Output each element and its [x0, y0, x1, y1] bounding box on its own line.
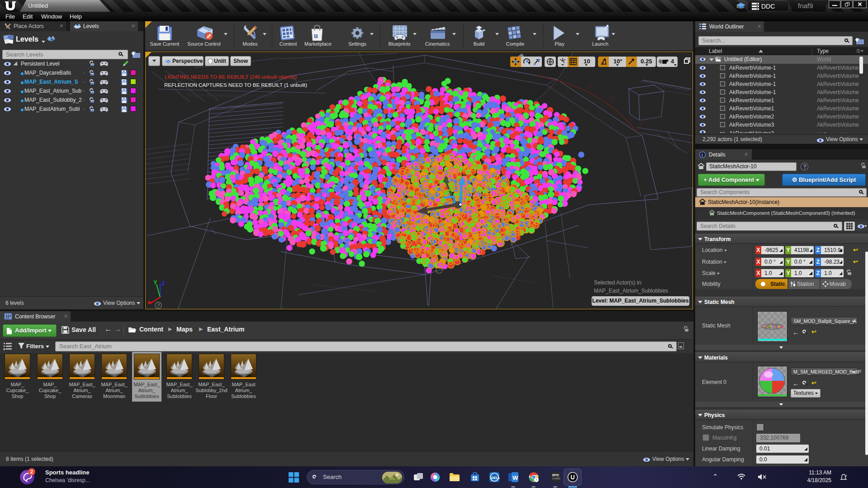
svg-text:z: z [845, 474, 847, 477]
svg-text:?: ? [157, 303, 160, 308]
svg-text:EPIC: EPIC [552, 474, 559, 477]
svg-text:W: W [512, 474, 518, 481]
svg-text:Z: Z [161, 280, 165, 287]
svg-text:GAMES: GAMES [552, 477, 561, 480]
svg-text:u: u [314, 32, 318, 39]
svg-text:Y: Y [153, 279, 157, 286]
svg-text:DELL: DELL [491, 476, 500, 480]
svg-text:*: * [147, 299, 151, 309]
svg-text:i: i [702, 152, 703, 157]
svg-text:?: ? [803, 164, 806, 170]
